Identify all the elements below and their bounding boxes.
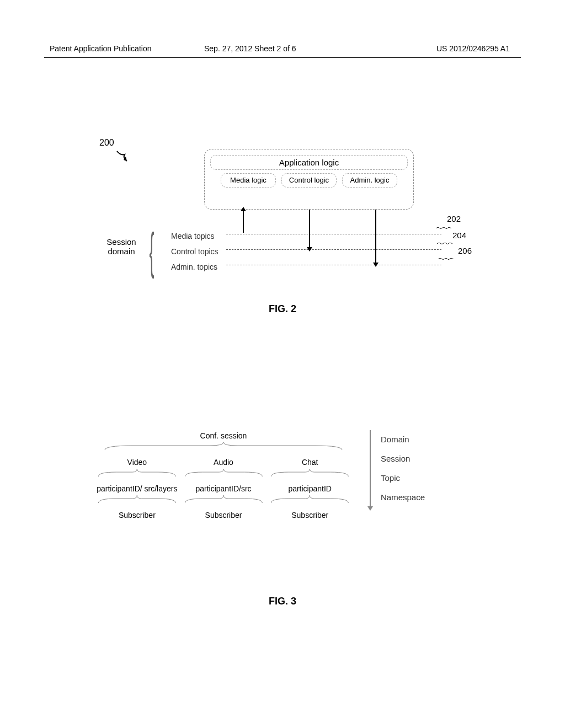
arrow-admin [375,210,376,264]
control-logic-box: Control logic [281,173,337,188]
figure-3-caption: FIG. 3 [0,596,565,607]
brace-icon [180,469,267,478]
admin-topic-line [226,265,441,265]
logic-row: Media logic Control logic Admin. logic [210,173,408,188]
topic-labels: Media topics Control topics Admin. topic… [171,228,218,275]
ref-202: 202 [447,214,461,223]
brace-icon [94,469,180,478]
tree-column: Conf. session Video Audio Chat participa… [94,425,353,522]
admin-logic-box: Admin. logic [342,173,397,188]
video-node: Video [94,456,180,469]
patent-page: Patent Application Publication Sep. 27, … [0,0,565,728]
chat-ns-node: participantID [266,482,353,495]
brace-row [94,469,353,478]
lead-line-icon: 〰 [436,224,451,233]
arrowhead-down-icon [373,263,379,267]
control-topic-line [226,249,441,250]
video-ns-node: participantID/ src/layers [94,482,180,495]
lead-line-icon: 〰 [437,239,452,249]
control-topics-label: Control topics [171,244,218,259]
figure-3: Conf. session Video Audio Chat participa… [83,425,480,590]
figure-2: 200 Application logic Media logic Contro… [88,138,475,309]
application-logic-title: Application logic [210,155,408,170]
page-header: Patent Application Publication Sep. 27, … [0,44,565,55]
arrowhead-up-icon [241,207,246,211]
brace-icon [266,495,353,504]
brace-icon [180,495,267,504]
ref-206: 206 [458,246,472,255]
audio-node: Audio [180,456,267,469]
brace-icon [94,442,353,451]
hierarchy-arrow [370,430,371,507]
brace-icon: { [150,226,154,276]
arrow-control [309,210,310,248]
subscriber-node: Subscriber [94,508,180,522]
figure-2-caption: FIG. 2 [0,303,565,315]
brace-row [94,442,353,451]
subscriber-node: Subscriber [266,508,353,522]
header-rule [44,57,521,58]
level-session: Session [381,454,469,463]
arrow-icon [115,149,132,167]
application-logic-box: Application logic Media logic Control lo… [204,149,414,210]
header-left: Patent Application Publication [50,44,151,53]
media-topics-label: Media topics [171,228,218,244]
media-logic-box: Media logic [221,173,276,188]
level-topic: Topic [381,473,469,483]
ref-200: 200 [99,138,114,148]
conf-session-node: Conf. session [94,429,353,442]
topic-row: Video Audio Chat [94,456,353,469]
header-right: US 2012/0246295 A1 [436,44,510,53]
media-topic-line [226,234,441,234]
brace-icon [266,469,353,478]
subscriber-row: Subscriber Subscriber Subscriber [94,508,353,522]
subscriber-node: Subscriber [180,508,267,522]
arrowhead-down-icon [367,506,373,511]
brace-icon [94,495,180,504]
level-namespace: Namespace [381,493,469,502]
hierarchy-legend: Domain Session Topic Namespace [381,425,469,512]
brace-row [94,495,353,504]
namespace-row: participantID/ src/layers participantID/… [94,482,353,495]
session-domain-label: Session domain [102,237,141,256]
header-center: Sep. 27, 2012 Sheet 2 of 6 [204,44,296,53]
admin-topics-label: Admin. topics [171,259,218,275]
level-domain: Domain [381,435,469,444]
chat-node: Chat [266,456,353,469]
lead-line-icon: 〰 [438,255,454,264]
arrowhead-down-icon [307,247,312,251]
audio-ns-node: participantID/src [180,482,267,495]
arrow-media [243,210,244,233]
ref-204: 204 [452,231,466,240]
